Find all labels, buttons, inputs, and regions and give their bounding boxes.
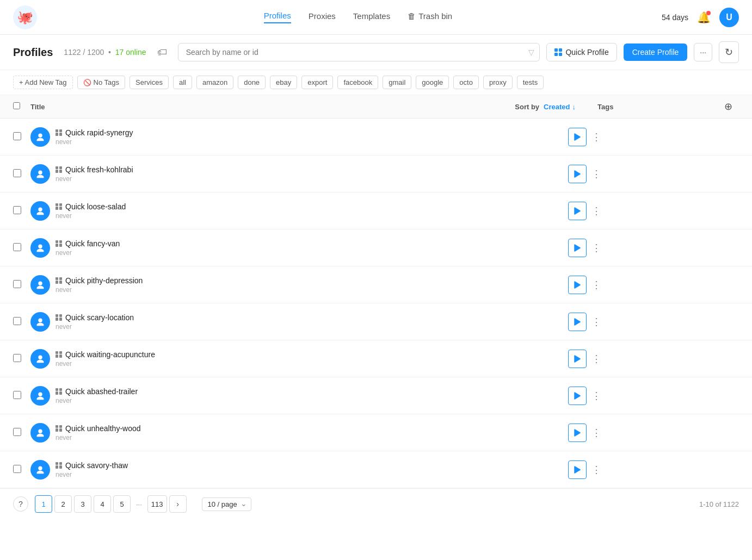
more-button-5[interactable]: ⋮ [589,277,604,293]
page-4-button[interactable]: 4 [94,495,111,513]
nav-proxies[interactable]: Proxies [309,11,336,23]
create-profile-more-button[interactable]: ··· [694,43,712,61]
profile-actions-4: ⋮ [568,239,604,257]
nav-trashbin[interactable]: 🗑 Trash bin [408,11,452,23]
sort-field[interactable]: Created [544,103,570,111]
tag-google[interactable]: google [416,76,449,89]
profile-info-9: Quick unhealthy-wood never [56,424,141,441]
table-row: Quick loose-salad never ⋮ [0,192,752,229]
row-checkbox-1[interactable] [13,132,21,140]
refresh-button[interactable]: ↻ [719,41,739,63]
tag-done[interactable]: done [238,76,266,89]
profile-grid-icon-5 [56,277,62,284]
tag-manage-button[interactable]: 🏷 [153,45,171,60]
profile-name-10: Quick savory-thaw [65,461,128,470]
tag-facebook[interactable]: facebook [337,76,378,89]
profile-avatar-9 [30,423,50,443]
search-input[interactable] [178,43,540,61]
profile-grid-icon-6 [56,314,62,321]
quick-profile-button[interactable]: Quick Profile [546,43,617,61]
play-button-4[interactable] [568,239,587,257]
tag-export[interactable]: export [301,76,333,89]
profile-avatar-8 [30,386,50,406]
play-button-8[interactable] [568,387,587,405]
page-last-button[interactable]: 113 [147,495,167,513]
table-row: Quick waiting-acupuncture never ⋮ [0,340,752,377]
help-button[interactable]: ? [13,496,28,512]
more-button-8[interactable]: ⋮ [589,388,604,403]
play-button-1[interactable] [568,128,587,146]
profile-sub-4: never [56,249,120,257]
nav-right: 54 days 🔔 U [662,8,739,27]
profile-actions-6: ⋮ [568,313,604,331]
days-remaining: 54 days [662,13,688,22]
svg-point-10 [38,429,42,433]
tag-proxy[interactable]: proxy [483,76,513,89]
page-1-button[interactable]: 1 [35,495,52,513]
tag-all[interactable]: all [173,76,192,89]
play-button-2[interactable] [568,165,587,183]
profile-info-3: Quick loose-salad never [56,202,126,220]
tag-ebay[interactable]: ebay [270,76,297,89]
profile-sub-3: never [56,212,126,220]
row-checkbox-5[interactable] [13,280,21,288]
page-next-button[interactable]: › [169,495,187,513]
row-checkbox-10[interactable] [13,465,21,473]
more-button-7[interactable]: ⋮ [589,351,604,366]
sort-direction-icon[interactable]: ↓ [572,103,576,111]
profile-name-6: Quick scary-location [65,313,134,322]
more-button-10[interactable]: ⋮ [589,462,604,477]
more-button-2[interactable]: ⋮ [589,166,604,182]
svg-point-6 [38,281,42,285]
nav-templates[interactable]: Templates [353,11,390,23]
profile-grid-icon-3 [56,203,62,210]
play-button-9[interactable] [568,424,587,442]
page-title: Profiles [13,46,53,59]
filter-icon: ▽ [528,48,534,57]
more-button-1[interactable]: ⋮ [589,129,604,145]
page-5-button[interactable]: 5 [113,495,131,513]
more-button-3[interactable]: ⋮ [589,203,604,219]
add-column-button[interactable]: ⊕ [724,101,732,113]
table-row: Quick fancy-van never ⋮ [0,229,752,266]
more-button-6[interactable]: ⋮ [589,314,604,329]
profile-grid-icon-1 [56,129,62,136]
page-2-button[interactable]: 2 [54,495,72,513]
profile-grid-icon-4 [56,240,62,247]
row-checkbox-8[interactable] [13,391,21,399]
tag-tests[interactable]: tests [517,76,544,89]
per-page-select[interactable]: 10 / page 25 / page 50 / page [202,497,251,511]
tag-octo[interactable]: octo [453,76,479,89]
row-checkbox-4[interactable] [13,243,21,251]
svg-point-4 [38,207,42,211]
row-checkbox-7[interactable] [13,354,21,362]
play-button-10[interactable] [568,461,587,479]
notification-dot [706,11,711,15]
select-all-checkbox[interactable] [13,102,20,109]
more-button-4[interactable]: ⋮ [589,240,604,256]
tag-amazon[interactable]: amazon [196,76,233,89]
notifications-button[interactable]: 🔔 [697,11,711,24]
pagination-bar: ? 1 2 3 4 5 ··· 113 › 10 / page 25 / pag… [0,488,752,519]
profile-sub-6: never [56,323,134,331]
create-profile-button[interactable]: Create Profile [624,43,688,61]
add-new-tag-button[interactable]: + Add New Tag [13,76,73,89]
row-checkbox-9[interactable] [13,428,21,436]
profile-actions-1: ⋮ [568,128,604,146]
play-button-6[interactable] [568,313,587,331]
table-row: Quick savory-thaw never ⋮ [0,451,752,488]
play-button-7[interactable] [568,350,587,368]
row-checkbox-3[interactable] [13,206,21,214]
row-checkbox-6[interactable] [13,317,21,325]
avatar[interactable]: U [719,8,739,27]
nav-profiles[interactable]: Profiles [264,11,291,23]
play-button-3[interactable] [568,202,587,220]
page-3-button[interactable]: 3 [74,495,91,513]
play-button-5[interactable] [568,276,587,294]
tag-gmail[interactable]: gmail [383,76,411,89]
app-logo[interactable]: 🐙 [13,5,37,29]
tag-no-tags[interactable]: 🚫 No Tags [77,76,125,89]
tag-services[interactable]: Services [130,76,169,89]
more-button-9[interactable]: ⋮ [589,425,604,440]
row-checkbox-2[interactable] [13,169,21,177]
